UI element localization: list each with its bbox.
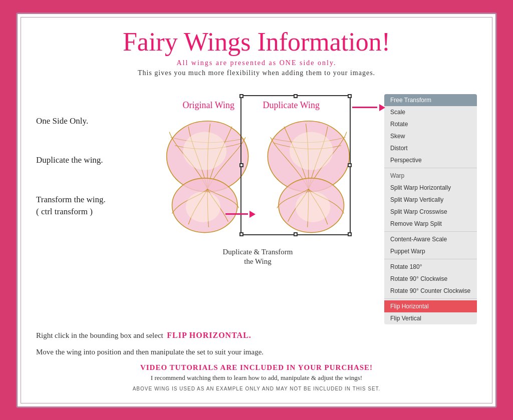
menu-item[interactable]: Split Warp Horizontally — [384, 182, 477, 194]
menu-item[interactable]: Rotate 180° — [384, 261, 477, 273]
main-content: One Side Only. Duplicate the wing. Trans… — [36, 85, 477, 324]
corner-handle-tl — [239, 94, 243, 98]
step3-label: Transform the wing.( ctrl transform ) — [36, 194, 136, 218]
step1-label: One Side Only. — [36, 115, 136, 127]
inner-card: Fairy Wings Information! All wings are p… — [21, 17, 492, 403]
menu-item[interactable]: Warp — [384, 170, 477, 182]
edge-handle-left — [239, 163, 243, 167]
menu-item[interactable]: Free Transform — [384, 94, 477, 106]
flip-instruction: Right click in the bounding box and sele… — [36, 329, 477, 341]
caption-text: Duplicate & Transform the Wing — [223, 247, 293, 267]
left-column: One Side Only. Duplicate the wing. Trans… — [36, 85, 136, 218]
arrow-head — [379, 104, 385, 111]
menu-item[interactable]: Distort — [384, 142, 477, 154]
wings-container: Original Wing Duplicate Wing — [153, 90, 363, 245]
subtitle-pink: All wings are presented as ONE side only… — [36, 59, 477, 67]
corner-handle-br — [348, 232, 352, 236]
edge-handle-top — [294, 94, 298, 98]
right-menu: Free TransformScaleRotateSkewDistortPers… — [384, 94, 477, 324]
menu-divider — [384, 168, 477, 168]
menu-divider — [384, 231, 477, 232]
menu-item[interactable]: Split Warp Vertically — [384, 194, 477, 206]
menu-item[interactable]: Perspective — [384, 154, 477, 166]
recommend-text: I recommend watching them to learn how t… — [36, 374, 477, 382]
menu-item[interactable]: Flip Horizontal — [384, 300, 477, 312]
arrow-duplicate — [225, 211, 255, 218]
menu-item[interactable]: Split Warp Crosswise — [384, 206, 477, 218]
dup-arrow-line — [225, 213, 248, 215]
menu-item[interactable]: Skew — [384, 130, 477, 142]
page-title: Fairy Wings Information! — [36, 28, 477, 56]
menu-divider — [384, 259, 477, 259]
edge-handle-bottom — [294, 232, 298, 236]
menu-item[interactable]: Scale — [384, 106, 477, 118]
video-tutorials-text: VIDEO TUTORIALS ARE INCLUDED IN YOUR PUR… — [36, 363, 477, 372]
disclaimer-text: ABOVE WING IS USED AS AN EXAMPLE ONLY AN… — [36, 386, 477, 391]
outer-border: Fairy Wings Information! All wings are p… — [16, 13, 497, 408]
subtitle-black: This gives you much more flexibility whe… — [36, 69, 477, 77]
wing-label-original: Original Wing — [183, 100, 234, 111]
step2-label: Duplicate the wing. — [36, 154, 136, 166]
edge-handle-right — [348, 163, 352, 167]
corner-handle-bl — [239, 232, 243, 236]
bottom-section: Right click in the bounding box and sele… — [36, 329, 477, 392]
corner-handle-tr — [348, 94, 352, 98]
arrow-line — [352, 107, 377, 108]
svg-point-2 — [183, 132, 226, 170]
svg-point-5 — [185, 192, 220, 222]
menu-item[interactable]: Rotate 90° Counter Clockwise — [384, 285, 477, 297]
menu-item[interactable]: Content-Aware Scale — [384, 233, 477, 245]
menu-item[interactable]: Puppet Warp — [384, 245, 477, 257]
arrow-transform — [352, 104, 385, 111]
dup-arrow-head — [249, 211, 255, 218]
menu-divider — [384, 298, 477, 299]
menu-panel: Free TransformScaleRotateSkewDistortPers… — [384, 94, 477, 324]
bounding-box — [240, 95, 351, 235]
menu-item[interactable]: Flip Vertical — [384, 312, 477, 324]
menu-item[interactable]: Remove Warp Split — [384, 218, 477, 230]
center-area: Original Wing Duplicate Wing — [136, 85, 379, 267]
menu-item[interactable]: Rotate — [384, 118, 477, 130]
manipulate-text: Move the wing into position and then man… — [36, 346, 477, 358]
menu-item[interactable]: Rotate 90° Clockwise — [384, 273, 477, 285]
